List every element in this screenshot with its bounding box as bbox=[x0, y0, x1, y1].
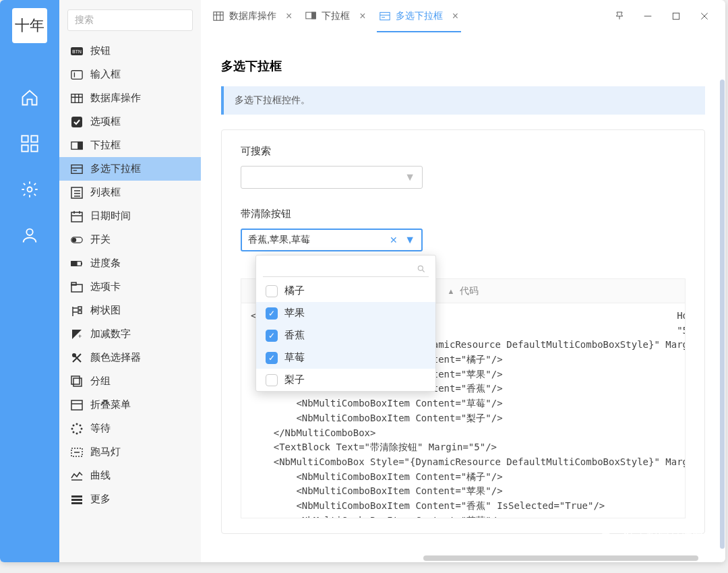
sidebar-item-label: 下拉框 bbox=[90, 139, 121, 152]
horizontal-scrollbar[interactable] bbox=[423, 555, 698, 561]
sidebar-item[interactable]: 输入框 bbox=[59, 63, 201, 86]
pin-icon[interactable] bbox=[613, 10, 626, 22]
sidebar-item[interactable]: +加减数字 bbox=[59, 322, 201, 346]
item-icon bbox=[70, 69, 84, 81]
checkbox[interactable] bbox=[266, 285, 278, 297]
dropdown-option[interactable]: 梨子 bbox=[256, 369, 435, 391]
minimize-button[interactable] bbox=[642, 10, 654, 22]
tab-close-icon[interactable]: × bbox=[286, 10, 292, 22]
option-label: 香蕉 bbox=[284, 329, 305, 342]
tab-close-icon[interactable]: × bbox=[452, 10, 458, 22]
sidebar-item[interactable]: 跑马灯 bbox=[59, 440, 201, 464]
sidebar-item-label: 列表框 bbox=[90, 186, 121, 199]
sidebar-item-label: 加减数字 bbox=[90, 328, 131, 340]
sidebar-item-label: 按钮 bbox=[90, 44, 111, 57]
sidebar-item[interactable]: 颜色选择器 bbox=[59, 346, 201, 369]
search-input[interactable]: 搜索 bbox=[67, 9, 193, 31]
svg-rect-43 bbox=[71, 376, 80, 384]
item-icon bbox=[70, 399, 84, 411]
page-title: 多选下拉框 bbox=[221, 58, 705, 74]
dropdown-option[interactable]: 香蕉 bbox=[256, 324, 435, 346]
sidebar-item[interactable]: 折叠菜单 bbox=[59, 393, 201, 417]
svg-rect-16 bbox=[78, 142, 82, 149]
field2-label: 带清除按钮 bbox=[241, 208, 686, 220]
svg-rect-1 bbox=[31, 135, 37, 142]
tab-strip: 数据库操作×下拉框×多选下拉框× bbox=[201, 0, 465, 32]
svg-point-50 bbox=[76, 432, 78, 434]
sidebar-item[interactable]: 曲线 bbox=[59, 464, 201, 487]
svg-rect-39 bbox=[78, 311, 82, 313]
user-icon[interactable] bbox=[20, 225, 40, 245]
tab[interactable]: 多选下拉框× bbox=[373, 0, 465, 32]
maximize-button[interactable] bbox=[670, 10, 682, 22]
watermark: 独立观察员博客 bbox=[599, 529, 704, 546]
svg-rect-57 bbox=[71, 495, 82, 497]
option-label: 苹果 bbox=[284, 307, 305, 320]
sidebar-items: BTN按钮输入框数据库操作选项框下拉框多选下拉框列表框日期时间开关进度条选项卡树… bbox=[59, 36, 201, 562]
sidebar-item[interactable]: BTN按钮 bbox=[59, 39, 201, 63]
tab[interactable]: 下拉框× bbox=[299, 0, 372, 32]
vertical-scrollbar[interactable] bbox=[720, 80, 725, 549]
sidebar-item-label: 开关 bbox=[90, 233, 111, 246]
settings-icon[interactable] bbox=[20, 179, 40, 200]
item-icon: + bbox=[70, 328, 84, 340]
svg-text:+: + bbox=[78, 333, 82, 340]
sidebar-item[interactable]: 多选下拉框 bbox=[59, 157, 201, 181]
checkbox[interactable] bbox=[266, 330, 278, 342]
sidebar-item[interactable]: 选项框 bbox=[59, 110, 201, 133]
tab[interactable]: 数据库操作× bbox=[206, 0, 299, 32]
dropdown-option[interactable]: 草莓 bbox=[256, 346, 435, 369]
sidebar-item[interactable]: 数据库操作 bbox=[59, 86, 201, 110]
svg-rect-60 bbox=[214, 12, 223, 20]
item-icon bbox=[70, 116, 84, 128]
svg-point-76 bbox=[607, 535, 615, 543]
combo-value: 香蕉,苹果,草莓 bbox=[248, 234, 310, 246]
checkbox[interactable] bbox=[266, 352, 278, 364]
home-icon[interactable] bbox=[20, 88, 40, 108]
sidebar-item[interactable]: 树状图 bbox=[59, 299, 201, 322]
svg-point-51 bbox=[73, 431, 75, 433]
tab-close-icon[interactable]: × bbox=[359, 10, 365, 22]
grid-icon[interactable] bbox=[20, 133, 40, 154]
dropdown-option[interactable]: 苹果 bbox=[256, 302, 435, 324]
option-label: 草莓 bbox=[284, 351, 305, 364]
sidebar-item-label: 等待 bbox=[90, 422, 111, 435]
combo-with-clear[interactable]: 香蕉,苹果,草莓 ✕ ▼ bbox=[241, 229, 423, 251]
sidebar-item-label: 更多 bbox=[90, 493, 111, 506]
dropdown-option[interactable]: 橘子 bbox=[256, 280, 435, 302]
clear-icon[interactable]: ✕ bbox=[390, 235, 398, 245]
sidebar-item[interactable]: 分组 bbox=[59, 369, 201, 393]
option-label: 梨子 bbox=[284, 373, 305, 386]
option-label: 橘子 bbox=[284, 284, 305, 297]
svg-rect-14 bbox=[71, 117, 82, 127]
svg-rect-65 bbox=[312, 12, 316, 19]
item-icon bbox=[70, 305, 84, 317]
wechat-icon bbox=[599, 529, 617, 546]
item-icon bbox=[70, 210, 84, 222]
close-button[interactable] bbox=[698, 10, 710, 22]
sidebar-item[interactable]: 等待 bbox=[59, 417, 201, 440]
sidebar-item[interactable]: 更多 bbox=[59, 487, 201, 511]
item-icon bbox=[70, 234, 84, 246]
combo-searchable[interactable]: ▼ bbox=[241, 166, 423, 189]
sidebar-item[interactable]: 列表框 bbox=[59, 181, 201, 204]
sidebar-item[interactable]: 日期时间 bbox=[59, 204, 201, 228]
tab-label: 数据库操作 bbox=[229, 10, 276, 22]
checkbox[interactable] bbox=[266, 307, 278, 320]
tab-icon bbox=[380, 11, 390, 22]
sidebar-item[interactable]: 进度条 bbox=[59, 251, 201, 275]
sidebar-item[interactable]: 下拉框 bbox=[59, 133, 201, 157]
checkbox[interactable] bbox=[266, 374, 278, 386]
sidebar-item[interactable]: 开关 bbox=[59, 228, 201, 251]
triangle-up-icon: ▲ bbox=[448, 287, 455, 295]
dropdown-search[interactable] bbox=[263, 261, 429, 277]
sidebar-item-label: 树状图 bbox=[90, 304, 121, 317]
svg-rect-2 bbox=[22, 145, 28, 151]
tab-icon bbox=[213, 11, 224, 22]
nav-rail: 十年 bbox=[0, 0, 59, 562]
svg-text:BTN: BTN bbox=[72, 49, 82, 54]
chevron-down-icon[interactable]: ▼ bbox=[404, 234, 415, 246]
svg-point-29 bbox=[72, 237, 77, 242]
sidebar-item[interactable]: 选项卡 bbox=[59, 275, 201, 299]
sidebar-item-label: 跑马灯 bbox=[90, 446, 121, 458]
